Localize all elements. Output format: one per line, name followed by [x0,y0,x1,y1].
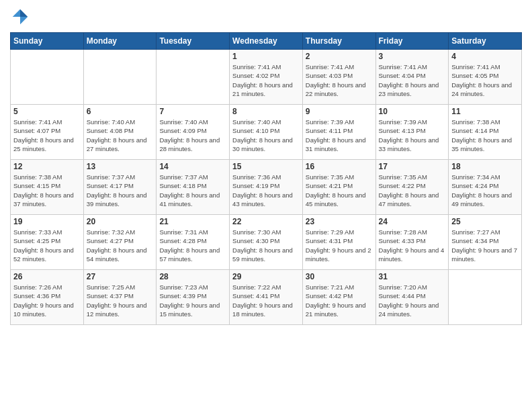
day-cell: 24Sunrise: 7:28 AM Sunset: 4:33 PM Dayli… [375,215,449,270]
day-info: Sunrise: 7:25 AM Sunset: 4:37 PM Dayligh… [87,283,154,318]
day-info: Sunrise: 7:38 AM Sunset: 4:14 PM Dayligh… [451,118,519,153]
day-cell: 23Sunrise: 7:29 AM Sunset: 4:31 PM Dayli… [302,215,375,270]
day-cell: 30Sunrise: 7:21 AM Sunset: 4:42 PM Dayli… [302,270,375,325]
day-cell: 20Sunrise: 7:32 AM Sunset: 4:27 PM Dayli… [83,215,157,270]
weekday-monday: Monday [83,33,157,50]
logo [10,7,33,27]
weekday-saturday: Saturday [449,33,522,50]
day-cell: 1Sunrise: 7:41 AM Sunset: 4:02 PM Daylig… [230,50,303,105]
day-cell: 31Sunrise: 7:20 AM Sunset: 4:44 PM Dayli… [375,270,449,325]
weekday-thursday: Thursday [302,33,375,50]
day-number: 13 [87,162,154,171]
day-cell: 28Sunrise: 7:23 AM Sunset: 4:39 PM Dayli… [157,270,230,325]
day-info: Sunrise: 7:32 AM Sunset: 4:27 PM Dayligh… [87,228,154,263]
day-number: 31 [379,272,446,281]
day-info: Sunrise: 7:34 AM Sunset: 4:24 PM Dayligh… [451,173,519,208]
day-cell: 11Sunrise: 7:38 AM Sunset: 4:14 PM Dayli… [449,105,522,160]
day-info: Sunrise: 7:31 AM Sunset: 4:28 PM Dayligh… [159,228,226,263]
weekday-friday: Friday [375,33,449,50]
day-info: Sunrise: 7:21 AM Sunset: 4:42 PM Dayligh… [306,283,373,318]
day-info: Sunrise: 7:41 AM Sunset: 4:05 PM Dayligh… [451,62,519,98]
day-number: 28 [159,272,226,281]
day-cell: 5Sunrise: 7:41 AM Sunset: 4:07 PM Daylig… [11,105,84,160]
day-number: 18 [451,162,519,171]
day-info: Sunrise: 7:35 AM Sunset: 4:22 PM Dayligh… [379,173,446,208]
day-cell [157,50,230,105]
day-cell [449,270,522,325]
day-cell: 14Sunrise: 7:37 AM Sunset: 4:18 PM Dayli… [157,160,230,215]
day-info: Sunrise: 7:41 AM Sunset: 4:04 PM Dayligh… [379,62,446,98]
week-row-2: 5Sunrise: 7:41 AM Sunset: 4:07 PM Daylig… [11,105,522,160]
day-number: 17 [379,162,446,171]
day-number: 7 [159,107,226,116]
day-info: Sunrise: 7:41 AM Sunset: 4:07 PM Dayligh… [13,118,81,153]
header [10,7,522,27]
day-cell: 17Sunrise: 7:35 AM Sunset: 4:22 PM Dayli… [375,160,449,215]
day-number: 6 [87,107,154,116]
weekday-sunday: Sunday [11,33,84,50]
day-info: Sunrise: 7:28 AM Sunset: 4:33 PM Dayligh… [379,228,446,263]
day-number: 25 [451,217,519,226]
day-number: 8 [232,107,300,116]
day-cell: 22Sunrise: 7:30 AM Sunset: 4:30 PM Dayli… [230,215,303,270]
week-row-1: 1Sunrise: 7:41 AM Sunset: 4:02 PM Daylig… [11,50,522,105]
day-cell [83,50,157,105]
day-number: 3 [379,52,446,61]
day-cell: 6Sunrise: 7:40 AM Sunset: 4:08 PM Daylig… [83,105,157,160]
day-number: 11 [451,107,519,116]
day-info: Sunrise: 7:38 AM Sunset: 4:15 PM Dayligh… [13,173,81,208]
day-number: 10 [379,107,446,116]
day-number: 20 [87,217,154,226]
day-info: Sunrise: 7:20 AM Sunset: 4:44 PM Dayligh… [379,283,446,318]
day-number: 22 [232,217,300,226]
weekday-wednesday: Wednesday [230,33,303,50]
day-number: 12 [13,162,81,171]
day-number: 23 [306,217,373,226]
day-info: Sunrise: 7:40 AM Sunset: 4:08 PM Dayligh… [87,118,154,153]
day-cell: 10Sunrise: 7:39 AM Sunset: 4:13 PM Dayli… [375,105,449,160]
day-number: 9 [306,107,373,116]
day-number: 4 [451,52,519,61]
day-info: Sunrise: 7:39 AM Sunset: 4:13 PM Dayligh… [379,118,446,153]
day-info: Sunrise: 7:39 AM Sunset: 4:11 PM Dayligh… [306,118,373,153]
svg-marker-2 [13,9,20,17]
day-info: Sunrise: 7:40 AM Sunset: 4:10 PM Dayligh… [232,118,300,153]
day-number: 2 [306,52,373,61]
day-number: 21 [159,217,226,226]
day-number: 16 [306,162,373,171]
day-number: 29 [232,272,300,281]
day-cell: 8Sunrise: 7:40 AM Sunset: 4:10 PM Daylig… [230,105,303,160]
day-number: 27 [87,272,154,281]
day-number: 15 [232,162,300,171]
day-cell: 12Sunrise: 7:38 AM Sunset: 4:15 PM Dayli… [11,160,84,215]
day-cell: 25Sunrise: 7:27 AM Sunset: 4:34 PM Dayli… [449,215,522,270]
day-cell: 13Sunrise: 7:37 AM Sunset: 4:17 PM Dayli… [83,160,157,215]
week-row-5: 26Sunrise: 7:26 AM Sunset: 4:36 PM Dayli… [11,270,522,325]
day-number: 24 [379,217,446,226]
day-number: 19 [13,217,81,226]
weekday-tuesday: Tuesday [157,33,230,50]
day-info: Sunrise: 7:36 AM Sunset: 4:19 PM Dayligh… [232,173,300,208]
day-info: Sunrise: 7:23 AM Sunset: 4:39 PM Dayligh… [159,283,226,318]
logo-icon [10,7,30,27]
day-cell [11,50,84,105]
day-info: Sunrise: 7:33 AM Sunset: 4:25 PM Dayligh… [13,228,81,263]
day-info: Sunrise: 7:41 AM Sunset: 4:02 PM Dayligh… [232,62,300,98]
day-info: Sunrise: 7:35 AM Sunset: 4:21 PM Dayligh… [306,173,373,208]
day-number: 30 [306,272,373,281]
day-info: Sunrise: 7:29 AM Sunset: 4:31 PM Dayligh… [306,228,373,263]
day-cell: 18Sunrise: 7:34 AM Sunset: 4:24 PM Dayli… [449,160,522,215]
day-info: Sunrise: 7:37 AM Sunset: 4:18 PM Dayligh… [159,173,226,208]
day-number: 26 [13,272,81,281]
day-info: Sunrise: 7:40 AM Sunset: 4:09 PM Dayligh… [159,118,226,153]
day-info: Sunrise: 7:27 AM Sunset: 4:34 PM Dayligh… [451,228,519,263]
day-cell: 19Sunrise: 7:33 AM Sunset: 4:25 PM Dayli… [11,215,84,270]
calendar-table: SundayMondayTuesdayWednesdayThursdayFrid… [10,32,522,325]
day-info: Sunrise: 7:41 AM Sunset: 4:03 PM Dayligh… [306,62,373,98]
svg-marker-0 [20,9,28,17]
week-row-4: 19Sunrise: 7:33 AM Sunset: 4:25 PM Dayli… [11,215,522,270]
day-cell: 26Sunrise: 7:26 AM Sunset: 4:36 PM Dayli… [11,270,84,325]
day-cell: 7Sunrise: 7:40 AM Sunset: 4:09 PM Daylig… [157,105,230,160]
day-info: Sunrise: 7:22 AM Sunset: 4:41 PM Dayligh… [232,283,300,318]
day-cell: 3Sunrise: 7:41 AM Sunset: 4:04 PM Daylig… [375,50,449,105]
